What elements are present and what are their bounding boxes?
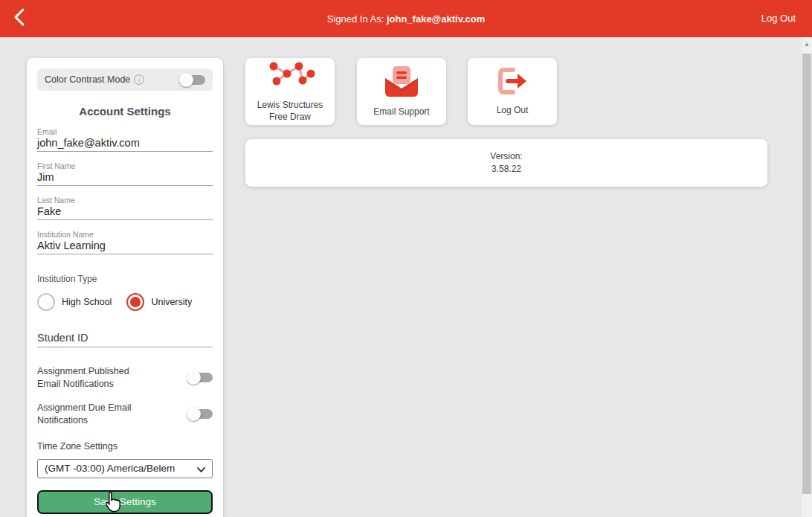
radio-selected-icon[interactable] xyxy=(126,293,144,311)
institution-name-field-group: Institution Name Aktiv Learning xyxy=(37,230,213,254)
radio-unselected-icon[interactable] xyxy=(37,293,55,311)
header-logout-link[interactable]: Log Out xyxy=(761,13,796,24)
logout-icon xyxy=(495,66,529,99)
chevron-down-icon xyxy=(197,462,205,475)
signed-in-status: Signed In As: john_fake@aktiv.com xyxy=(0,13,812,25)
radio-option-label: University xyxy=(151,297,192,307)
logout-card[interactable]: Log Out xyxy=(468,58,557,125)
radio-option-high-school[interactable]: High School xyxy=(37,293,112,311)
assignment-due-toggle[interactable] xyxy=(189,409,213,419)
radio-option-university[interactable]: University xyxy=(126,293,192,311)
email-support-card[interactable]: Email Support xyxy=(357,58,446,125)
app-header: Signed In As: john_fake@aktiv.com Log Ou… xyxy=(0,0,812,37)
first-name-field[interactable]: Jim xyxy=(37,170,213,186)
last-name-field-group: Last Name Fake xyxy=(37,196,213,220)
student-id-field[interactable]: Student ID xyxy=(37,332,213,347)
timezone-select[interactable]: (GMT -03:00) America/Belem xyxy=(37,459,213,478)
lewis-structures-card[interactable]: Lewis Structures Free Draw xyxy=(245,58,335,125)
timezone-settings-label: Time Zone Settings xyxy=(37,441,213,452)
color-contrast-mode-row: Color Contrast Mode i xyxy=(37,68,213,91)
email-icon xyxy=(383,65,420,100)
shortcut-label: Email Support xyxy=(369,106,434,118)
vertical-scrollbar[interactable]: ▲ xyxy=(802,37,812,517)
radio-option-label: High School xyxy=(62,297,112,307)
version-card: Version: 3.58.22 xyxy=(245,139,767,187)
version-value: 3.58.22 xyxy=(492,163,521,176)
institution-type-options: High School University xyxy=(37,293,213,311)
page-title: Account Settings xyxy=(37,105,213,118)
scroll-up-arrow-icon[interactable]: ▲ xyxy=(802,42,812,48)
account-settings-page: { "header": { "signed_in_label": "Signed… xyxy=(0,0,812,517)
signed-in-email: john_fake@aktiv.com xyxy=(387,13,485,25)
assignment-due-toggle-row: Assignment Due Email Notifications xyxy=(37,402,213,427)
email-field-group: Email john_fake@aktiv.com xyxy=(37,127,213,152)
assignment-due-label: Assignment Due Email Notifications xyxy=(37,402,155,427)
last-name-field-label: Last Name xyxy=(37,196,213,205)
email-field-label: Email xyxy=(37,127,213,136)
signed-in-label: Signed In As: xyxy=(327,13,384,25)
last-name-field[interactable]: Fake xyxy=(37,205,213,220)
first-name-field-group: First Name Jim xyxy=(37,161,213,186)
shortcut-label: Lewis Structures Free Draw xyxy=(245,100,335,123)
shortcut-label: Log Out xyxy=(492,105,533,117)
institution-name-field-label: Institution Name xyxy=(37,230,213,239)
scrollbar-thumb[interactable] xyxy=(802,54,811,494)
color-contrast-toggle[interactable] xyxy=(181,75,205,85)
assignment-published-label: Assignment Published Email Notifications xyxy=(37,365,155,391)
institution-name-field[interactable]: Aktiv Learning xyxy=(37,239,213,254)
info-icon[interactable]: i xyxy=(134,74,144,85)
account-settings-card: Color Contrast Mode i Account Settings E… xyxy=(27,58,223,517)
assignment-published-toggle-row: Assignment Published Email Notifications xyxy=(37,365,213,391)
first-name-field-label: First Name xyxy=(37,161,213,170)
version-label: Version: xyxy=(490,150,522,163)
assignment-published-toggle[interactable] xyxy=(189,373,213,382)
save-settings-button[interactable]: Save Settings xyxy=(37,490,213,514)
email-field[interactable]: john_fake@aktiv.com xyxy=(37,136,213,152)
color-contrast-mode-label: Color Contrast Mode xyxy=(45,74,130,85)
institution-type-label: Institution Type xyxy=(37,274,213,284)
molecule-icon xyxy=(262,60,318,94)
timezone-selected-value: (GMT -03:00) America/Belem xyxy=(45,463,197,474)
